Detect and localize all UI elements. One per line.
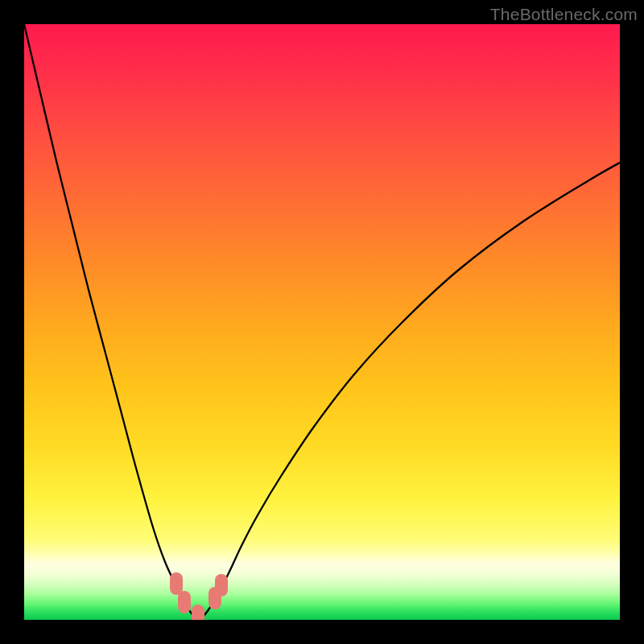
bottleneck-curve <box>24 24 620 620</box>
curve-layer <box>24 24 620 620</box>
marker-left-upper <box>170 572 183 595</box>
marker-left-lower <box>178 591 191 613</box>
chart-frame: TheBottleneck.com <box>0 0 644 644</box>
watermark-label: TheBottleneck.com <box>490 5 638 24</box>
plot-area <box>24 24 620 620</box>
curve-markers <box>170 572 228 620</box>
marker-right-lower <box>215 574 228 597</box>
marker-bottom <box>192 605 204 620</box>
